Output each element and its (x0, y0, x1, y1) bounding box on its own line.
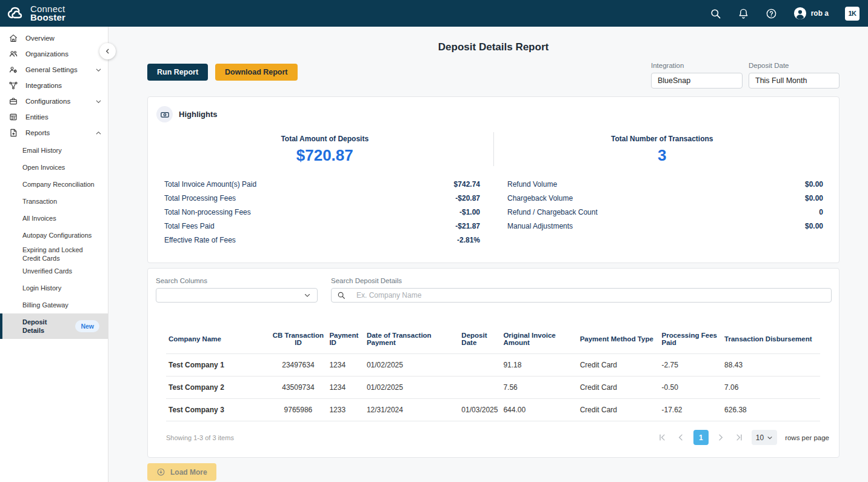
chevron-down-icon (767, 435, 773, 441)
col-header-payment-id: Payment ID (327, 328, 364, 354)
last-page-button[interactable] (733, 431, 746, 444)
user-name: rob a (811, 9, 829, 18)
chevron-up-icon (95, 130, 102, 136)
rows-per-page-label: rows per page (785, 434, 829, 441)
sidebar-item-entities[interactable]: Entities (0, 109, 108, 125)
chevron-left-icon (676, 433, 686, 442)
sidebar-item-label: Reports (25, 129, 88, 136)
configurations-icon (8, 96, 18, 106)
sidebar-item-label: Entities (25, 113, 102, 121)
sidebar-item-reports[interactable]: Reports (0, 125, 108, 141)
chevron-right-icon (716, 433, 725, 442)
last-page-icon (735, 433, 744, 442)
sidebar-item-login-history[interactable]: Login History (0, 279, 108, 296)
total-transactions-stat: Total Number of Transactions 3 (494, 131, 831, 167)
sidebar-item-deposit-details[interactable]: Deposit Details New (0, 313, 108, 339)
stat-row: Total Invoice Amount(s) Paid$742.74 (164, 177, 480, 191)
cloud-download-icon (156, 467, 165, 477)
showing-count: Showing 1-3 of 3 items (166, 434, 234, 441)
sidebar-item-organizations[interactable]: Organizations (0, 46, 108, 62)
sidebar-item-integrations[interactable]: Integrations (0, 78, 108, 93)
table-row: Test Company 2 43509734 1234 01/02/2025 … (166, 377, 820, 399)
stat-row: Refund / Chargeback Count0 (507, 205, 823, 219)
left-stats: Total Invoice Amount(s) Paid$742.74 Tota… (164, 177, 480, 247)
company-link[interactable]: Test Company 1 (166, 354, 269, 377)
sidebar-item-transaction[interactable]: Transaction (0, 193, 108, 210)
load-more-button[interactable]: Load More (147, 463, 216, 481)
sidebar-item-overview[interactable]: Overview (0, 30, 108, 46)
cloud-logo-icon (6, 4, 27, 22)
search-deposit-details-label: Search Deposit Details (331, 277, 832, 284)
next-page-button[interactable] (714, 431, 727, 444)
total-transactions-label: Total Number of Transactions (494, 135, 831, 143)
integration-label: Integration (651, 62, 743, 69)
sidebar-item-open-invoices[interactable]: Open Invoices (0, 159, 108, 176)
chevron-down-icon (304, 292, 311, 299)
highlights-card: Highlights Total Amount of Deposits $720… (147, 96, 840, 263)
stat-row: Refund Volume$0.00 (507, 177, 823, 191)
previous-page-button[interactable] (675, 431, 688, 444)
stat-row: Chargeback Volume$0.00 (507, 191, 823, 205)
sidebar-item-configurations[interactable]: Configurations (0, 93, 108, 109)
reports-icon (8, 128, 18, 138)
sidebar-collapse-button[interactable] (99, 43, 116, 59)
deposit-date-label: Deposit Date (749, 62, 840, 69)
help-icon[interactable] (766, 8, 777, 19)
sidebar-item-email-history[interactable]: Email History (0, 142, 108, 159)
sidebar-item-label: Configurations (25, 98, 88, 105)
sidebar-item-all-invoices[interactable]: All Invoices (0, 210, 108, 227)
kaseya-one-badge[interactable]: 1K (845, 7, 860, 21)
user-menu[interactable]: rob a (793, 7, 829, 20)
rows-per-page-value: 10 (756, 433, 764, 442)
download-report-button[interactable]: Download Report (215, 64, 297, 81)
organizations-icon (8, 49, 18, 59)
right-stats: Refund Volume$0.00 Chargeback Volume$0.0… (507, 177, 823, 247)
search-deposit-details-input[interactable] (350, 287, 826, 303)
chevron-down-icon (95, 67, 102, 73)
general-settings-icon (8, 65, 18, 75)
search-columns-select[interactable] (156, 288, 318, 303)
sidebar: Overview Organizations General Settings … (0, 27, 109, 482)
run-report-button[interactable]: Run Report (147, 64, 208, 81)
notifications-bell-icon[interactable] (738, 8, 749, 19)
total-deposits-stat: Total Amount of Deposits $720.87 (156, 131, 493, 167)
first-page-button[interactable] (656, 431, 669, 444)
sidebar-item-expiring-locked-cards[interactable]: Expiring and Locked Credit Cards (0, 244, 108, 264)
table-row: Test Company 3 9765986 1233 12/31/2024 0… (166, 399, 820, 421)
sidebar-item-billing-gateway[interactable]: Billing Gateway (0, 296, 108, 313)
stat-row: Total Fees Paid-$21.87 (164, 219, 480, 233)
sidebar-item-unverified-cards[interactable]: Unverified Cards (0, 264, 108, 279)
company-link[interactable]: Test Company 3 (166, 399, 269, 421)
pagination: 1 10 rows per page (656, 430, 829, 445)
stat-row: Total Processing Fees-$20.87 (164, 191, 480, 205)
search-icon[interactable] (710, 8, 721, 19)
col-header-company-name: Company Name (166, 328, 269, 354)
brand-line2: Booster (30, 13, 65, 22)
sidebar-item-label: Integrations (25, 82, 102, 89)
sidebar-item-company-reconciliation[interactable]: Company Reconciliation (0, 176, 108, 193)
brand-logo[interactable]: Connect Booster (6, 4, 65, 22)
deposit-details-table: Company Name CB Transaction ID Payment I… (166, 328, 820, 421)
load-more-label: Load More (170, 468, 207, 477)
integration-input[interactable] (651, 73, 743, 89)
integrations-icon (8, 81, 18, 90)
company-link[interactable]: Test Company 2 (166, 377, 269, 399)
total-transactions-value: 3 (494, 146, 831, 165)
total-deposits-label: Total Amount of Deposits (156, 135, 493, 143)
stat-row: Effective Rate of Fees-2.81% (164, 233, 480, 247)
rows-per-page-select[interactable]: 10 (752, 430, 777, 445)
deposit-details-table-card: Search Columns Search Deposit Details (147, 268, 840, 458)
chevron-left-icon (104, 48, 111, 55)
current-page-button[interactable]: 1 (693, 430, 709, 445)
reports-submenu: Email History Open Invoices Company Reco… (0, 142, 108, 339)
first-page-icon (658, 433, 667, 442)
deposit-date-input[interactable] (749, 73, 840, 89)
sidebar-item-general-settings[interactable]: General Settings (0, 62, 108, 78)
main-content: Deposit Details Report Run Report Downlo… (109, 27, 868, 482)
sidebar-item-label: Overview (25, 35, 102, 42)
col-header-payment-method-type: Payment Method Type (578, 328, 659, 354)
toolbar: Run Report Download Report Integration D… (147, 62, 840, 89)
table-footer: Showing 1-3 of 3 items 1 (156, 421, 832, 454)
sidebar-item-label: Deposit Details (22, 318, 70, 335)
sidebar-item-autopay-configurations[interactable]: Autopay Configurations (0, 227, 108, 244)
